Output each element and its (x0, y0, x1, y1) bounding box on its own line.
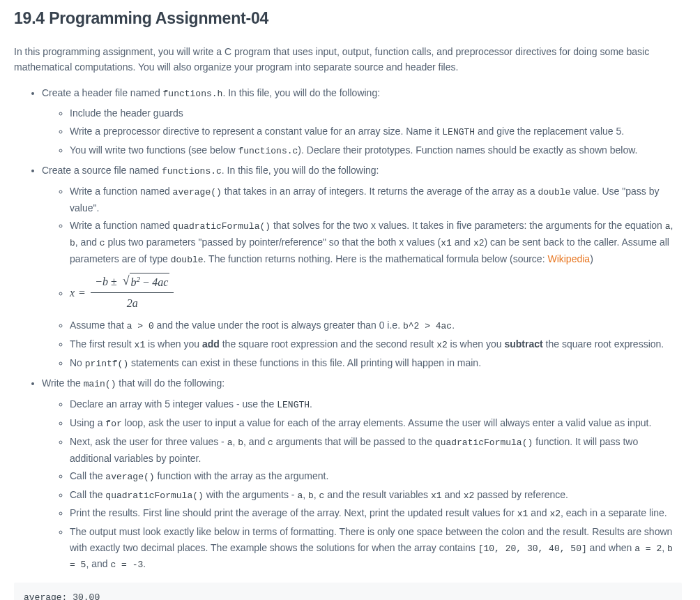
code-inline: a (665, 221, 671, 232)
list-item: Write a preprocessor directive to repres… (70, 123, 682, 140)
code-inline: quadraticFormula() (435, 437, 533, 448)
code-inline: [10, 20, 30, 40, 50] (478, 543, 587, 554)
code-inline: b^2 > 4ac (403, 321, 452, 331)
task-source-file: Create a source file named functions.c. … (42, 163, 682, 371)
code-inline: LENGTH (277, 400, 310, 410)
code-inline: x2 (549, 509, 561, 519)
list-item: Declare an array with 5 integer values -… (70, 396, 682, 413)
list-item: The output must look exactly like below … (70, 524, 682, 573)
header-subtasks: Include the header guardsWrite a preproc… (42, 105, 682, 158)
code-inline: x1 (135, 340, 146, 350)
code-filename: functions.h (163, 89, 223, 99)
code-inline: for (105, 419, 121, 429)
wikipedia-link[interactable]: Wikipedia (547, 253, 590, 264)
code-inline: x1 (517, 509, 528, 519)
code-inline: c (100, 238, 105, 248)
code-main: main() (84, 379, 116, 389)
task-main: Write the main() that will do the follow… (42, 375, 682, 573)
code-inline: a > 0 (127, 321, 154, 331)
code-inline: quadraticFormula() (173, 221, 271, 232)
code-inline: functions.c (238, 146, 298, 156)
page-title: 19.4 Programming Assignment-04 (14, 0, 682, 31)
list-item: No printf() statements can exist in thes… (70, 355, 682, 372)
code-inline: x1 (431, 490, 442, 501)
list-item: Call the quadraticFormula() with the arg… (70, 487, 682, 504)
code-inline: a (297, 490, 303, 501)
code-inline: double (538, 187, 571, 197)
code-inline: printf() (85, 359, 128, 369)
code-inline: x1 (441, 238, 452, 248)
intro-paragraph: In this programming assignment, you will… (14, 44, 682, 75)
list-item: Include the header guards (70, 105, 682, 121)
code-inline: average() (105, 472, 154, 482)
list-item: The first result x1 is when you add the … (70, 336, 682, 353)
list-item: Write a function named average() that ta… (70, 183, 682, 216)
code-inline: double (171, 255, 204, 265)
list-item: Write a function named quadraticFormula(… (70, 218, 682, 267)
task-header-file: Create a header file named functions.h. … (42, 85, 682, 159)
list-item: Call the average() function with the arr… (70, 468, 682, 485)
formula-item: x=−b±√b2−4ac2a (70, 270, 682, 315)
assignment-outline: Create a header file named functions.h. … (14, 85, 682, 573)
code-inline: a = 2 (634, 543, 662, 554)
code-inline: quadraticFormula() (105, 490, 203, 501)
code-inline: average() (173, 187, 222, 197)
output-example: average: 30.00 x1: 0.50 x2: -3.00 (14, 583, 682, 600)
list-item: Print the results. First line should pri… (70, 505, 682, 522)
code-inline: x2 (436, 340, 448, 350)
code-inline: c = -3 (110, 560, 143, 570)
code-inline: b (308, 490, 314, 501)
list-item: Using a for loop, ask the user to input … (70, 415, 682, 432)
main-subtasks: Declare an array with 5 integer values -… (42, 396, 682, 573)
list-item: You will write two functions (see below … (70, 142, 682, 159)
code-inline: x2 (464, 490, 475, 501)
code-inline: b (70, 238, 75, 248)
code-inline: LENGTH (442, 127, 475, 137)
list-item: Assume that a > 0 and the value under th… (70, 317, 682, 334)
code-inline: x2 (473, 238, 485, 248)
code-inline: c (268, 437, 273, 448)
source-subtasks: Write a function named average() that ta… (42, 183, 682, 371)
list-item: Next, ask the user for three values - a,… (70, 434, 682, 466)
code-filename: functions.c (162, 166, 222, 177)
code-inline: c (319, 490, 325, 501)
code-inline: b (238, 437, 243, 448)
code-inline: a (227, 437, 233, 448)
